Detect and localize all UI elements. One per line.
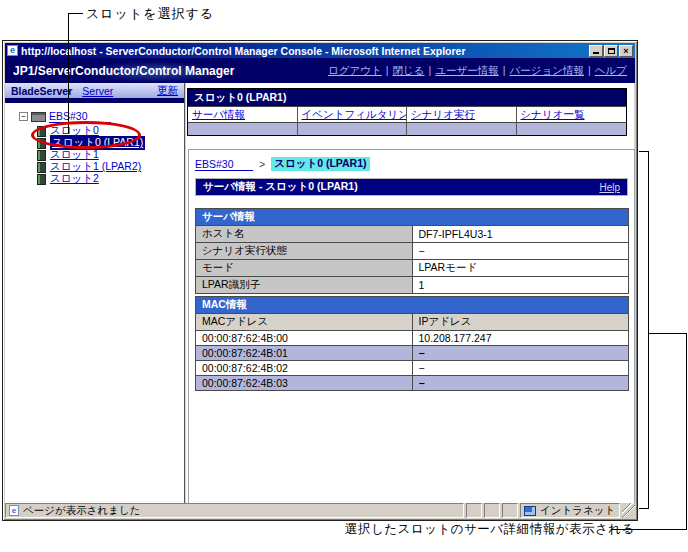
table-section-header: MAC情報 bbox=[196, 297, 629, 314]
ip-address: − bbox=[412, 346, 629, 361]
slot-menu-panel: スロット0 (LPAR1) サーバ情報 イベントフィルタリング設定 シナリオ実行… bbox=[187, 88, 627, 136]
page: スロットを選択する e http://localhost - ServerCon… bbox=[0, 0, 688, 552]
column-header: IPアドレス bbox=[412, 314, 629, 331]
annotation-bracket-top-tick bbox=[639, 151, 649, 152]
close-button[interactable]: × bbox=[619, 45, 633, 57]
table-column-header-row: MACアドレス IPアドレス bbox=[196, 314, 629, 331]
mac-address: 00:00:87:62:4B:01 bbox=[196, 346, 413, 361]
chassis-icon bbox=[31, 112, 46, 122]
annotation-top-line-vertical bbox=[68, 13, 69, 133]
status-text: ページが表示されました bbox=[23, 504, 140, 518]
blade-icon bbox=[37, 162, 46, 173]
annotation-connector-horizontal bbox=[648, 333, 687, 334]
row-label: モード bbox=[196, 260, 413, 277]
menu-event-filtering-link[interactable]: イベントフィルタリング設定 bbox=[302, 108, 408, 120]
mac-address: 00:00:87:62:4B:03 bbox=[196, 376, 413, 391]
table-row: ホスト名 DF7-IPFL4U3-1 bbox=[196, 226, 629, 243]
row-label: ホスト名 bbox=[196, 226, 413, 243]
page-icon: e bbox=[9, 505, 19, 516]
close-link[interactable]: 閉じる bbox=[393, 64, 425, 76]
annotation-top-label: スロットを選択する bbox=[86, 5, 214, 23]
mac-info-table: MAC情報 MACアドレス IPアドレス 00:00:87:62:4B:00 1… bbox=[195, 296, 629, 391]
header-links: ログアウト|閉じる|ユーザー情報|バージョン情報|ヘルプ bbox=[328, 64, 627, 78]
app-title: JP1/ServerConductor/Control Manager bbox=[13, 64, 234, 78]
user-info-link[interactable]: ユーザー情報 bbox=[435, 64, 499, 76]
internet-explorer-icon: e bbox=[7, 45, 18, 56]
tab-bladeserver[interactable]: BladeServer bbox=[11, 85, 72, 97]
column-header: MACアドレス bbox=[196, 314, 413, 331]
row-label: LPAR識別子 bbox=[196, 277, 413, 294]
row-value: DF7-IPFL4U3-1 bbox=[412, 226, 629, 243]
detail-help-link[interactable]: Help bbox=[599, 182, 620, 193]
breadcrumb-parent-link[interactable]: EBS#30 bbox=[195, 158, 253, 171]
table-row: 00:00:87:62:4B:01 − bbox=[196, 346, 629, 361]
security-zone-pane: イントラネット bbox=[520, 503, 620, 518]
slot-menu-empty-row bbox=[188, 122, 626, 135]
breadcrumb-separator: > bbox=[259, 158, 265, 170]
resize-grip[interactable] bbox=[622, 503, 635, 518]
status-bar: e ページが表示されました イントラネット bbox=[5, 503, 635, 518]
annotation-bottom-label: 選択したスロットのサーバ詳細情報が表示される bbox=[345, 521, 635, 538]
row-value: − bbox=[412, 243, 629, 260]
help-link[interactable]: ヘルプ bbox=[595, 64, 627, 76]
table-row: LPAR識別子 1 bbox=[196, 277, 629, 294]
link-separator: | bbox=[386, 64, 389, 76]
annotation-bottom-line bbox=[612, 529, 686, 530]
ip-address: − bbox=[412, 376, 629, 391]
slot-panel-title: スロット0 (LPAR1) bbox=[188, 89, 626, 106]
tree-item-label[interactable]: スロット2 bbox=[50, 172, 99, 186]
link-separator: | bbox=[503, 64, 506, 76]
blade-icon bbox=[37, 174, 46, 185]
status-pane-empty bbox=[502, 503, 518, 518]
mac-address: 00:00:87:62:4B:02 bbox=[196, 361, 413, 376]
maximize-icon bbox=[608, 48, 615, 54]
table-section-header: サーバ情報 bbox=[196, 209, 629, 226]
row-value: 1 bbox=[412, 277, 629, 294]
content-pane: スロット0 (LPAR1) サーバ情報 イベントフィルタリング設定 シナリオ実行… bbox=[186, 83, 634, 503]
breadcrumb-current: スロット0 (LPAR1) bbox=[271, 157, 369, 171]
minimize-button[interactable] bbox=[589, 45, 603, 57]
sidebar-header: BladeServer Server 更新 bbox=[5, 83, 184, 103]
slot-menu-row: サーバ情報 イベントフィルタリング設定 シナリオ実行 シナリオ一覧 bbox=[188, 106, 626, 122]
tree-collapse-icon[interactable]: − bbox=[19, 112, 28, 121]
status-pane-empty bbox=[484, 503, 500, 518]
detail-title: サーバ情報 - スロット0 (LPAR1) bbox=[203, 180, 358, 194]
mac-address: 00:00:87:62:4B:00 bbox=[196, 331, 413, 346]
tree-item-slot2[interactable]: スロット2 bbox=[37, 173, 180, 185]
table-row: モード LPARモード bbox=[196, 260, 629, 277]
window-controls: × bbox=[589, 45, 633, 57]
tab-server[interactable]: Server bbox=[82, 85, 113, 97]
table-row: シナリオ実行状態 − bbox=[196, 243, 629, 260]
browser-titlebar: e http://localhost - ServerConductor/Con… bbox=[5, 43, 635, 58]
table-row: 00:00:87:62:4B:00 10.208.177.247 bbox=[196, 331, 629, 346]
detail-title-bar: サーバ情報 - スロット0 (LPAR1) Help bbox=[195, 178, 628, 196]
minimize-icon bbox=[593, 52, 599, 54]
maximize-button[interactable] bbox=[604, 45, 618, 57]
ip-address: − bbox=[412, 361, 629, 376]
intranet-icon bbox=[524, 506, 536, 516]
breadcrumb: EBS#30 > スロット0 (LPAR1) bbox=[195, 157, 634, 171]
menu-scenario-list-link[interactable]: シナリオ一覧 bbox=[521, 108, 585, 120]
table-row: 00:00:87:62:4B:02 − bbox=[196, 361, 629, 376]
table-row: 00:00:87:62:4B:03 − bbox=[196, 376, 629, 391]
annotation-red-ellipse bbox=[31, 121, 141, 149]
app-header: JP1/ServerConductor/Control Manager ログアウ… bbox=[5, 58, 635, 83]
menu-server-info-link[interactable]: サーバ情報 bbox=[192, 108, 245, 120]
annotation-bracket-vertical bbox=[648, 151, 649, 509]
status-message-pane: e ページが表示されました bbox=[5, 503, 464, 518]
server-info-table: サーバ情報 ホスト名 DF7-IPFL4U3-1 シナリオ実行状態 − モード bbox=[195, 208, 629, 294]
row-value: LPARモード bbox=[412, 260, 629, 277]
status-pane-empty bbox=[466, 503, 482, 518]
ip-address: 10.208.177.247 bbox=[412, 331, 629, 346]
refresh-link[interactable]: 更新 bbox=[157, 84, 178, 98]
annotation-connector-vertical bbox=[686, 333, 687, 530]
link-separator: | bbox=[588, 64, 591, 76]
version-info-link[interactable]: バージョン情報 bbox=[510, 64, 584, 76]
annotation-top-line-horizontal bbox=[68, 13, 83, 14]
logout-link[interactable]: ログアウト bbox=[328, 64, 382, 76]
blade-icon bbox=[37, 150, 46, 161]
annotation-bracket-bottom-tick bbox=[639, 508, 649, 509]
window-title: http://localhost - ServerConductor/Contr… bbox=[21, 45, 586, 57]
detail-panel: EBS#30 > スロット0 (LPAR1) サーバ情報 - スロット0 (LP… bbox=[188, 149, 635, 506]
menu-scenario-run-link[interactable]: シナリオ実行 bbox=[411, 108, 475, 120]
